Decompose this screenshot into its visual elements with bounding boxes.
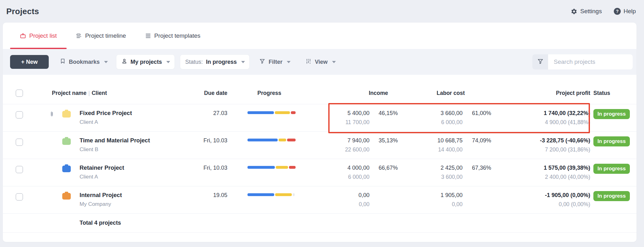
- help-button[interactable]: ? Help: [614, 8, 636, 15]
- due-date: Fri, 10.03: [201, 132, 227, 159]
- project-icon-cell: [60, 186, 74, 213]
- attachment-cell: [26, 159, 60, 186]
- labor-percent: 74,09%: [463, 132, 499, 159]
- project-name[interactable]: Internal Project: [80, 191, 201, 199]
- progress-bar: [247, 166, 296, 169]
- table-row[interactable]: Retainer Project Client A Fri, 10.03 4 0…: [3, 159, 636, 186]
- progress-segment: [247, 111, 274, 114]
- status-cell: In progress: [590, 186, 636, 213]
- settings-button[interactable]: Settings: [571, 8, 602, 15]
- bookmark-icon: [60, 58, 66, 66]
- tab-project-timeline[interactable]: Project timeline: [76, 32, 126, 39]
- profit-secondary: 0,00 (0,00%): [499, 201, 590, 208]
- profit-secondary: 7 200,00 (31,86%): [499, 146, 590, 153]
- table-row[interactable]: Internal Project My Company 19.05 0,00 0…: [3, 186, 636, 214]
- new-button[interactable]: + New: [10, 55, 49, 69]
- progress-segment: [275, 111, 290, 114]
- income-cell: 7 940,00 22 600,00: [296, 132, 369, 159]
- progress-segment: [276, 166, 288, 169]
- project-name-cell: Internal Project My Company: [74, 186, 201, 213]
- progress-segment: [275, 193, 292, 196]
- table-row[interactable]: Time and Material Project Client B Fri, …: [3, 132, 636, 159]
- labor-cost-cell: 10 668,75 14 400,00: [406, 132, 463, 159]
- column-header-income[interactable]: Income: [296, 90, 406, 96]
- due-date: 27.03: [201, 104, 227, 131]
- progress-segment: [287, 139, 296, 141]
- income-cell: 5 400,00 11 700,00: [296, 104, 369, 131]
- funnel-icon: [259, 58, 265, 66]
- toolbar: + New Bookmarks My projects Status: In p…: [3, 49, 636, 75]
- status-badge: In progress: [593, 109, 630, 119]
- page-title: Projects: [6, 7, 39, 16]
- chevron-down-icon: [241, 61, 245, 63]
- search-input[interactable]: [548, 54, 633, 69]
- project-name-cell: Fixed Price Project Client A: [74, 104, 201, 131]
- income-value: 4 000,00: [296, 164, 369, 172]
- tab-project-templates[interactable]: Project templates: [145, 32, 201, 39]
- column-header-due-date[interactable]: Due date: [201, 90, 227, 96]
- row-checkbox[interactable]: [16, 166, 23, 173]
- profit-cell: 1 740,00 (32,22%) 4 900,00 (41,88%): [499, 104, 590, 131]
- project-type-icon: [62, 166, 71, 172]
- income-percent: 66,67%: [369, 159, 406, 186]
- column-header-labor-cost[interactable]: Labor cost: [406, 90, 499, 96]
- status-filter-dropdown[interactable]: Status: In progress: [180, 55, 249, 69]
- column-header-project-profit[interactable]: Project profit: [499, 90, 590, 96]
- tab-bar: Project list Project timeline Project te…: [3, 23, 636, 49]
- project-name[interactable]: Retainer Project: [80, 164, 201, 172]
- row-select-cell: [3, 104, 26, 131]
- timeline-icon: [76, 33, 82, 39]
- project-type-icon: [62, 138, 71, 145]
- client-name: Client B: [80, 146, 201, 153]
- row-checkbox[interactable]: [16, 111, 23, 118]
- income-secondary: 0,00: [296, 201, 369, 208]
- filter-dropdown[interactable]: Filter: [259, 58, 291, 66]
- settings-label: Settings: [580, 8, 602, 15]
- project-name[interactable]: Fixed Price Project: [80, 109, 201, 117]
- profit-secondary: 2 400,00 (40,00%): [499, 173, 590, 180]
- view-dropdown[interactable]: View: [305, 58, 336, 66]
- chevron-down-icon: [166, 61, 170, 63]
- row-checkbox[interactable]: [16, 139, 23, 146]
- my-projects-dropdown[interactable]: My projects: [116, 55, 175, 69]
- view-label: View: [315, 59, 328, 65]
- progress-bar: [247, 139, 296, 141]
- column-header-progress[interactable]: Progress: [227, 90, 296, 96]
- row-checkbox[interactable]: [16, 193, 23, 200]
- project-name-cell: Retainer Project Client A: [74, 159, 201, 186]
- labor-cost-cell: 3 660,00 6 000,00: [406, 104, 463, 131]
- tab-project-list[interactable]: Project list: [20, 32, 57, 39]
- progress-segment: [247, 139, 278, 141]
- due-date: 19.05: [201, 186, 227, 213]
- chevron-down-icon: [332, 61, 336, 63]
- briefcase-icon: [20, 33, 26, 39]
- profit-value: 1 740,00 (32,22%): [499, 109, 590, 117]
- bookmarks-dropdown[interactable]: Bookmarks: [60, 58, 108, 66]
- status-cell: In progress: [590, 132, 636, 159]
- progress-segment: [293, 193, 295, 196]
- search-filter-button[interactable]: [532, 54, 548, 69]
- column-header-status[interactable]: Status: [590, 90, 636, 96]
- profit-value: -3 228,75 (-40,66%): [499, 137, 590, 144]
- column-header-name[interactable]: Project name|Client: [26, 90, 201, 96]
- profit-cell: -1 905,00 (0,00%) 0,00 (0,00%): [499, 186, 590, 213]
- select-all-cell: [3, 90, 26, 97]
- progress-bar: [247, 111, 296, 114]
- select-all-checkbox[interactable]: [16, 90, 23, 97]
- attachment-cell: [26, 104, 60, 131]
- funnel-icon: [537, 58, 544, 66]
- row-select-cell: [3, 186, 26, 213]
- table-row[interactable]: Fixed Price Project Client A 27.03 5 400…: [3, 104, 636, 132]
- project-name[interactable]: Time and Material Project: [80, 137, 201, 144]
- profit-value: -1 905,00 (0,00%): [499, 191, 590, 199]
- search-group: [532, 54, 633, 69]
- project-icon-cell: [60, 159, 74, 186]
- progress-cell: [227, 186, 296, 213]
- labor-value: 1 905,00: [406, 191, 463, 199]
- row-select-cell: [3, 132, 26, 159]
- status-value: In progress: [206, 59, 237, 65]
- labor-secondary: 14 400,00: [406, 146, 463, 153]
- income-percent: 46,15%: [369, 104, 406, 131]
- income-value: 5 400,00: [296, 109, 369, 117]
- row-select-cell: [3, 159, 26, 186]
